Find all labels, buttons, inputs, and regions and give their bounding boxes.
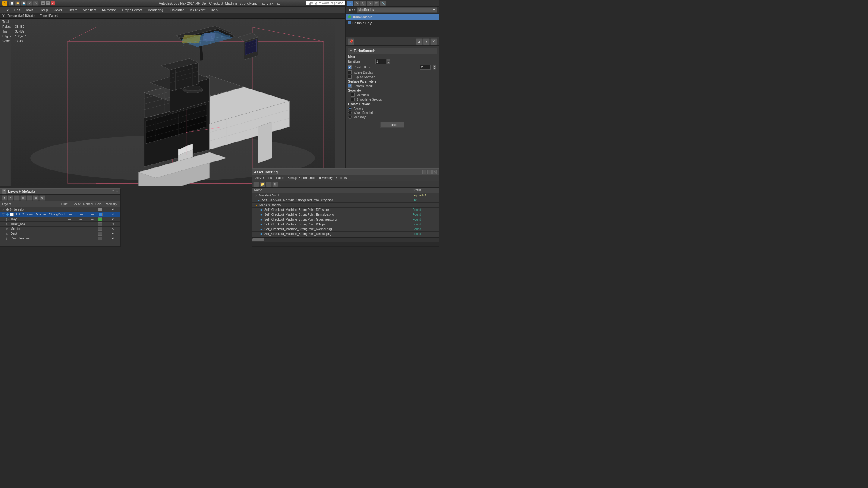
collapse-icon[interactable]: ▼	[349, 49, 352, 53]
iterations-down[interactable]: ▼	[386, 61, 390, 64]
display-tab[interactable]: 👁	[373, 1, 379, 6]
pin-modifier-button[interactable]: 📌	[347, 38, 354, 45]
asset-row[interactable]: ■ Self_Checkout_Machine_StrongPoint_IOR.…	[252, 222, 438, 227]
maximize-button[interactable]: □	[46, 1, 50, 5]
asset-add-button[interactable]: +	[253, 182, 259, 187]
isoline-checkbox[interactable]	[348, 70, 352, 74]
menu-rendering[interactable]: Rendering	[146, 7, 166, 13]
layers-select-button[interactable]: ⊞	[21, 195, 26, 201]
menu-graph-editors[interactable]: Graph Editors	[120, 7, 145, 13]
new-button[interactable]: 📄	[9, 1, 14, 6]
asset-grid-view-button[interactable]: ⊞	[273, 182, 278, 187]
layer-row[interactable]: ▷ 0 (default) — — — ☀	[0, 207, 120, 212]
iterations-input[interactable]	[375, 59, 386, 64]
render-iters-checkbox[interactable]: ✓	[348, 65, 352, 69]
expand-icon[interactable]: ▽	[2, 213, 5, 216]
asset-row[interactable]: ■ Self_Checkout_Machine_StrongPoint_Diff…	[252, 207, 438, 213]
when-rendering-radio[interactable]	[348, 111, 352, 115]
viewport-bracket[interactable]: [+]	[2, 14, 5, 18]
menu-customize[interactable]: Customize	[166, 7, 187, 13]
layer-row[interactable]: ▷ Ticket_box — — — ☀	[0, 222, 120, 227]
asset-menu-options[interactable]: Options	[335, 176, 348, 180]
asset-menu-server[interactable]: Server	[254, 176, 265, 180]
iterations-up[interactable]: ▲	[386, 59, 390, 61]
smoothing-groups-checkbox[interactable]	[351, 98, 355, 101]
layers-add-button[interactable]: ✦	[1, 195, 7, 201]
menu-views[interactable]: Views	[51, 7, 64, 13]
utilities-tab[interactable]: 🔧	[380, 1, 386, 6]
manually-radio[interactable]	[348, 115, 352, 119]
layers-delete-button[interactable]: ✕	[8, 195, 13, 201]
layers-help-button[interactable]: ?	[112, 190, 114, 193]
move-up-button[interactable]: ▲	[416, 38, 423, 45]
asset-row[interactable]: ■ Self_Checkout_Machine_StrongPoint_Refl…	[252, 232, 438, 236]
layer-row[interactable]: ▷Monitor — — — ☀	[0, 227, 120, 231]
menu-create[interactable]: Create	[65, 7, 80, 13]
hierarchy-tab[interactable]: ⬡	[360, 1, 366, 6]
materials-checkbox[interactable]	[351, 93, 355, 97]
move-down-button[interactable]: ▼	[423, 38, 430, 45]
layers-settings-button[interactable]: ⚙	[33, 195, 38, 201]
render-iters-up[interactable]: ▲	[433, 65, 436, 67]
asset-menu-bitmap[interactable]: Bitmap Performance and Memory	[286, 176, 334, 180]
turbosmooth-modifier[interactable]: TurboSmooth	[346, 14, 439, 20]
layer-color-col[interactable]	[98, 222, 107, 226]
asset-row[interactable]: ■ Self_Checkout_Machine_StrongPoint_Glos…	[252, 217, 438, 222]
delete-modifier-button[interactable]: ✕	[430, 38, 437, 45]
layer-color-col[interactable]	[98, 218, 107, 221]
create-tab[interactable]: ✦	[347, 1, 353, 6]
menu-modifiers[interactable]: Modifiers	[81, 7, 99, 13]
layer-row[interactable]: ▷Card_Terminal — — — ☀	[0, 236, 120, 240]
viewport-shading[interactable]: [Shaded + Edged Faces]	[25, 14, 58, 18]
asset-list-view-button[interactable]: ☰	[266, 182, 272, 187]
asset-row[interactable]: ▶ Maps / Shaders	[252, 203, 438, 207]
asset-maximize-button[interactable]: □	[427, 170, 432, 174]
asset-close-button[interactable]: ✕	[433, 170, 437, 174]
layers-close-button[interactable]: ✕	[116, 190, 119, 194]
viewport-perspective[interactable]: [Perspective]	[6, 14, 24, 18]
asset-scrollbar[interactable]	[252, 237, 438, 241]
redo-button[interactable]: ↪	[33, 1, 38, 6]
always-radio[interactable]	[348, 107, 352, 110]
layer-row[interactable]: ▷Desk — — — ☀	[0, 231, 120, 236]
menu-tools[interactable]: Tools	[23, 7, 36, 13]
menu-group[interactable]: Group	[36, 7, 50, 13]
asset-row[interactable]: ■ Self_Checkout_Machine_StrongPoint_Emis…	[252, 213, 438, 217]
motion-tab[interactable]: ▷	[367, 1, 373, 6]
close-button[interactable]: ✕	[51, 1, 55, 5]
expand-icon[interactable]: ▷	[2, 208, 5, 211]
layer-row[interactable]: ▷ Tray — — — ☀	[0, 217, 120, 222]
asset-menu-file[interactable]: File	[267, 176, 274, 180]
active-layer-checkbox[interactable]	[10, 213, 13, 216]
asset-row[interactable]: ■ Self_Checkout_Machine_StrongPoint_Norm…	[252, 227, 438, 232]
asset-folder-button[interactable]: 📁	[260, 182, 265, 187]
modify-tab[interactable]: ⚙	[353, 1, 360, 6]
asset-menu-paths[interactable]: Paths	[275, 176, 285, 180]
update-button[interactable]: Update	[380, 122, 404, 128]
menu-help[interactable]: Help	[208, 7, 220, 13]
menu-maxscript[interactable]: MAXScript	[187, 7, 208, 13]
asset-row[interactable]: ■ Self_Checkout_Machine_StrongPoint_max_…	[252, 198, 438, 203]
open-button[interactable]: 📂	[15, 1, 21, 6]
render-iters-down[interactable]: ▼	[433, 67, 436, 70]
save-button[interactable]: 💾	[21, 1, 27, 6]
undo-button[interactable]: ↩	[27, 1, 33, 6]
editable-poly-modifier[interactable]: Editable Poly	[346, 20, 439, 26]
explicit-normals-checkbox[interactable]	[348, 75, 352, 78]
menu-file[interactable]: File	[1, 7, 11, 13]
minimize-button[interactable]: ─	[41, 1, 45, 5]
asset-row[interactable]: ⬡ Autodesk Vault Logged O	[252, 193, 438, 198]
modifier-list-dropdown[interactable]: Modifier List ▼	[357, 7, 437, 13]
asset-minimize-button[interactable]: ─	[422, 170, 427, 174]
layer-row[interactable]: ▽ Self_Checkout_Machine_StrongPoint — — …	[0, 212, 120, 217]
menu-edit[interactable]: Edit	[12, 7, 23, 13]
layers-new-button[interactable]: +	[14, 195, 20, 201]
menu-animation[interactable]: Animation	[99, 7, 119, 13]
layers-refresh-button[interactable]: ↺	[39, 195, 45, 201]
h-scrollbar-thumb[interactable]	[252, 238, 264, 241]
smooth-result-checkbox[interactable]: ✓	[348, 84, 352, 88]
layer-color-swatch[interactable]	[98, 208, 107, 212]
render-iters-input[interactable]	[420, 65, 431, 70]
layers-move-button[interactable]: →	[27, 195, 32, 201]
layer-color-swatch[interactable]	[98, 213, 107, 216]
